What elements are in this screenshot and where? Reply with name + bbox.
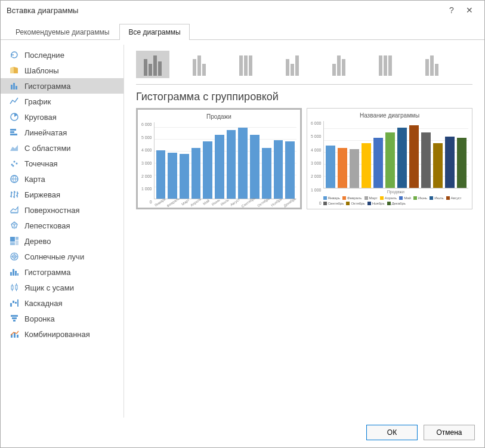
sidebar-item-label: Гистограмма — [24, 268, 70, 277]
line-icon — [8, 97, 21, 106]
svg-rect-2 — [16, 86, 17, 89]
sidebar-item-label: Точечная — [24, 159, 58, 168]
svg-rect-23 — [16, 285, 17, 289]
subtype-3d-column[interactable] — [415, 51, 449, 78]
waterfall-icon — [8, 298, 21, 308]
ok-button[interactable]: ОК — [366, 425, 418, 440]
stock-icon — [8, 190, 21, 199]
preview-1-plot: 6 0005 0004 0003 0002 0001 0000 ЯнварьФе… — [141, 122, 296, 204]
tab-bar: Рекомендуемые диаграммы Все диаграммы — [1, 23, 484, 40]
cancel-button[interactable]: Отмена — [424, 425, 475, 440]
tree-icon — [8, 236, 21, 246]
sidebar-item-histogram[interactable]: Гистограмма — [1, 264, 123, 280]
subtype-3d-clustered[interactable] — [276, 51, 309, 78]
subtype-100-stacked-column[interactable] — [229, 51, 262, 78]
sidebar-item-templates[interactable]: Шаблоны — [1, 63, 123, 78]
svg-rect-28 — [11, 315, 18, 317]
svg-rect-5 — [10, 131, 14, 133]
bar-icon — [8, 128, 21, 137]
svg-rect-24 — [10, 303, 12, 307]
map-icon — [8, 174, 21, 184]
svg-rect-6 — [10, 134, 17, 135]
svg-rect-33 — [17, 335, 18, 338]
sidebar-item-recent[interactable]: Последние — [1, 47, 123, 63]
dialog-body: ПоследниеШаблоныГистограммаГрафикКругова… — [1, 40, 484, 418]
sidebar-item-box[interactable]: Ящик с усами — [1, 280, 123, 295]
chart-previews: Продажи 6 0005 0004 0003 0002 0001 0000 … — [136, 108, 472, 209]
funnel-icon — [8, 314, 21, 323]
sidebar-item-column[interactable]: Гистограмма — [1, 78, 123, 94]
sidebar-item-label: График — [24, 97, 51, 106]
chart-subtypes — [136, 51, 472, 85]
svg-rect-18 — [10, 272, 12, 276]
tab-recommended[interactable]: Рекомендуемые диаграммы — [7, 24, 118, 40]
svg-rect-26 — [15, 302, 17, 304]
preview-1-title: Продажи — [141, 113, 296, 120]
svg-rect-25 — [13, 301, 14, 303]
sidebar-item-label: Ящик с усами — [24, 283, 74, 292]
svg-rect-27 — [17, 299, 18, 307]
sidebar-item-area[interactable]: С областями — [1, 140, 123, 156]
subtype-3d-100-stacked[interactable] — [369, 51, 402, 78]
svg-rect-14 — [16, 240, 18, 245]
svg-rect-0 — [11, 85, 13, 89]
dialog-title: Вставка диаграммы — [7, 6, 443, 15]
combo-icon — [8, 329, 21, 339]
svg-rect-12 — [10, 237, 15, 242]
sidebar-item-label: Шаблоны — [24, 66, 59, 75]
svg-rect-22 — [11, 286, 13, 289]
sidebar-item-label: Биржевая — [24, 190, 60, 199]
insert-chart-dialog: Вставка диаграммы ? ✕ Рекомендуемые диаг… — [0, 0, 485, 448]
svg-rect-30 — [13, 320, 16, 322]
sidebar-item-pie[interactable]: Круговая — [1, 109, 123, 125]
sidebar-item-surface[interactable]: Поверхностная — [1, 202, 123, 218]
sidebar-item-bar[interactable]: Линейчатая — [1, 125, 123, 140]
preview-2-plot: 6 0005 0004 0003 0002 0001 0000 Продажи … — [311, 121, 468, 205]
subtype-stacked-column[interactable] — [183, 51, 216, 78]
area-icon — [8, 143, 21, 153]
sidebar-item-funnel[interactable]: Воронка — [1, 311, 123, 326]
surface-icon — [8, 205, 21, 215]
tab-all[interactable]: Все диаграммы — [119, 24, 189, 40]
sidebar-item-line[interactable]: График — [1, 94, 123, 109]
svg-rect-19 — [13, 269, 14, 276]
sidebar-item-label: Карта — [24, 175, 45, 184]
sidebar-item-waterfall[interactable]: Каскадная — [1, 295, 123, 311]
preview-2[interactable]: Название диаграммы 6 0005 0004 0003 0002… — [307, 108, 472, 209]
svg-rect-4 — [10, 129, 16, 131]
sidebar-item-combo[interactable]: Комбинированная — [1, 326, 123, 342]
scatter-icon — [8, 159, 21, 168]
subtype-3d-stacked[interactable] — [322, 51, 356, 78]
subtype-title: Гистограмма с группировкой — [136, 91, 472, 103]
sidebar-item-label: Гистограмма — [24, 82, 70, 91]
sidebar-item-label: Последние — [24, 51, 64, 60]
sidebar-item-label: Поверхностная — [24, 206, 79, 215]
pie-icon — [8, 112, 21, 122]
preview-1[interactable]: Продажи 6 0005 0004 0003 0002 0001 0000 … — [136, 108, 302, 209]
sidebar-item-label: Солнечные лучи — [24, 252, 84, 261]
preview-2-xlabel: Продажи — [323, 189, 468, 194]
recent-icon — [8, 50, 21, 60]
sidebar-item-label: С областями — [24, 144, 71, 153]
svg-rect-1 — [13, 83, 15, 89]
svg-rect-20 — [15, 271, 17, 276]
chart-type-sidebar: ПоследниеШаблоныГистограммаГрафикКругова… — [1, 45, 124, 418]
sidebar-item-label: Воронка — [24, 314, 55, 323]
svg-point-10 — [13, 165, 14, 167]
sunburst-icon — [8, 252, 21, 261]
sidebar-item-map[interactable]: Карта — [1, 171, 123, 187]
sidebar-item-sunburst[interactable]: Солнечные лучи — [1, 249, 123, 264]
sidebar-item-tree[interactable]: Дерево — [1, 233, 123, 249]
column-icon — [8, 81, 21, 91]
subtype-clustered-column[interactable] — [136, 51, 169, 78]
help-button[interactable]: ? — [443, 5, 461, 15]
close-button[interactable]: ✕ — [461, 5, 478, 15]
sidebar-item-scatter[interactable]: Точечная — [1, 156, 123, 171]
templates-icon — [8, 66, 21, 75]
sidebar-item-label: Лепестковая — [24, 221, 70, 230]
histogram-icon — [8, 267, 21, 277]
sidebar-item-label: Каскадная — [24, 299, 63, 308]
sidebar-item-stock[interactable]: Биржевая — [1, 187, 123, 202]
sidebar-item-radar[interactable]: Лепестковая — [1, 218, 123, 233]
titlebar: Вставка диаграммы ? ✕ — [1, 1, 484, 20]
